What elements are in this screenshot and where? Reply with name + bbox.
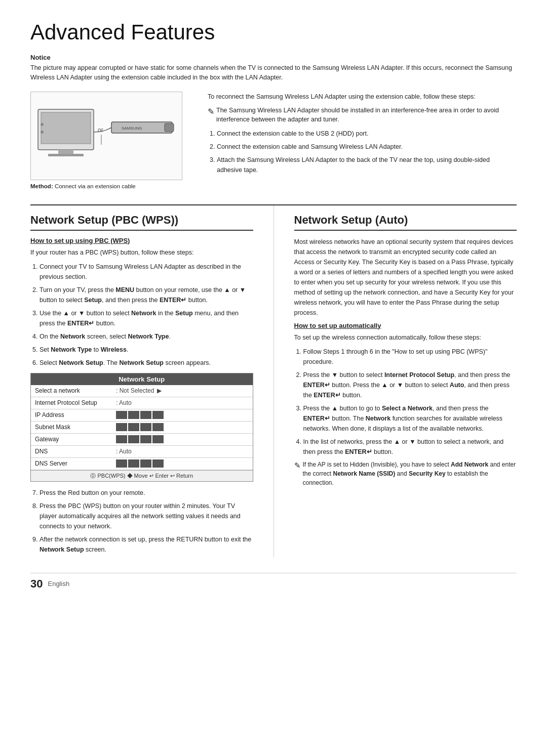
pbc-subsection-title: How to set up using PBC (WPS) <box>30 237 253 244</box>
dns-block-2 <box>128 459 139 468</box>
diagram-image: or SAMSUNG <box>30 92 182 180</box>
reconnect-note-text: The Samsung Wireless LAN Adapter should … <box>216 106 517 125</box>
pbc-step-4: On the Network screen, select Network Ty… <box>40 331 253 342</box>
auto-column: Network Setup (Auto) Most wireless netwo… <box>294 205 517 558</box>
pbc-step-9: After the network connection is set up, … <box>40 534 253 555</box>
auto-title: Network Setup (Auto) <box>294 214 517 231</box>
svg-text:or: or <box>98 127 103 134</box>
method-text: Connect via an extension cable <box>55 183 136 189</box>
notice-text: The picture may appear corrupted or have… <box>30 63 517 82</box>
network-setup-header: Network Setup <box>31 373 253 385</box>
ips-value: : Auto <box>116 399 249 406</box>
pbc-step-5: Set Network Type to Wireless. <box>40 345 253 355</box>
dns-value: : Auto <box>116 448 249 455</box>
auto-steps-intro: To set up the wireless connection automa… <box>294 332 517 343</box>
diagram-area: or SAMSUNG Method: Connect via an extens… <box>30 92 192 189</box>
dns-block-3 <box>140 459 151 468</box>
network-row-dns: DNS : Auto <box>31 446 253 458</box>
ip-block-2 <box>128 411 139 419</box>
gateway-label: Gateway <box>35 436 116 443</box>
page-number: 30 <box>30 577 43 591</box>
pbc-step-3: Use the ▲ or ▼ button to select Network … <box>40 308 253 328</box>
auto-intro: Most wireless networks have an optional … <box>294 237 517 318</box>
top-content: or SAMSUNG Method: Connect via an extens… <box>30 92 517 189</box>
svg-rect-1 <box>41 112 91 144</box>
subnet-label: Subnet Mask <box>35 424 116 431</box>
subnet-value <box>116 423 249 431</box>
pbc-step-2: Turn on your TV, press the MENU button o… <box>40 285 253 305</box>
svg-rect-3 <box>48 154 84 156</box>
svg-rect-2 <box>58 150 73 154</box>
select-arrow-icon: ▶ <box>157 387 162 394</box>
method-bold: Method: <box>30 183 53 189</box>
ip-block-3 <box>140 411 151 419</box>
svg-rect-9 <box>165 123 174 132</box>
dns-block-1 <box>116 459 127 468</box>
network-row-subnet: Subnet Mask <box>31 422 253 434</box>
note-icon: ✎ <box>208 106 214 118</box>
pbc-column: Network Setup (PBC (WPS)) How to set up … <box>30 205 253 558</box>
gateway-value <box>116 435 249 443</box>
ip-label: IP Address <box>35 411 116 418</box>
dns-server-blocks <box>116 459 164 468</box>
svg-point-5 <box>41 131 44 134</box>
ips-label: Internet Protocol Setup <box>35 399 116 406</box>
ip-block-4 <box>152 411 164 419</box>
diagram-label: Method: Connect via an extension cable <box>30 183 192 189</box>
gateway-block-1 <box>116 435 127 443</box>
auto-step-2: Press the ▼ button to select Internet Pr… <box>303 370 517 400</box>
gateway-blocks <box>116 435 164 443</box>
ip-blocks <box>116 411 164 419</box>
auto-note-text: If the AP is set to Hidden (Invisible), … <box>303 460 517 487</box>
two-col-layout: Network Setup (PBC (WPS)) How to set up … <box>30 205 517 558</box>
pbc-steps-after: Press the Red button on your remote. Pre… <box>40 488 253 555</box>
diagram-svg: or SAMSUNG <box>33 94 180 178</box>
reconnect-step-2: Connect the extension cable and Samsung … <box>217 142 517 152</box>
page-language: English <box>48 580 69 587</box>
reconnect-instructions: To reconnect the Samsung Wireless LAN Ad… <box>208 92 517 189</box>
pbc-step-1: Connect your TV to Samsung Wireless LAN … <box>40 262 253 282</box>
select-network-text: : Not Selected <box>116 387 154 394</box>
bottom-bar: 30 English <box>30 573 517 591</box>
dns-label: DNS <box>35 448 116 455</box>
auto-step-3: Press the ▲ button to go to Select a Net… <box>303 403 517 434</box>
select-network-value: : Not Selected ▶ <box>116 387 249 394</box>
svg-text:SAMSUNG: SAMSUNG <box>122 126 142 131</box>
gateway-block-3 <box>140 435 151 443</box>
reconnect-step-1: Connect the extension cable to the USB 2… <box>217 129 517 139</box>
dns-block-4 <box>152 459 164 468</box>
ip-block-1 <box>116 411 127 419</box>
ip-value <box>116 411 249 419</box>
dns-server-value <box>116 459 249 468</box>
page-title: Advanced Features <box>30 20 517 45</box>
pbc-step-6: Select Network Setup. The Network Setup … <box>40 358 253 368</box>
auto-step-1: Follow Steps 1 through 6 in the "How to … <box>303 347 517 367</box>
dns-server-label: DNS Server <box>35 460 116 467</box>
subnet-block-3 <box>140 423 151 431</box>
pbc-title: Network Setup (PBC (WPS)) <box>30 214 253 231</box>
svg-point-4 <box>41 123 44 126</box>
network-row-dns-server: DNS Server <box>31 458 253 470</box>
network-row-gateway: Gateway <box>31 434 253 446</box>
subnet-blocks <box>116 423 164 431</box>
select-network-label: Select a network <box>35 387 116 394</box>
pbc-step-8: Press the PBC (WPS) button on your route… <box>40 501 253 531</box>
reconnect-steps: Connect the extension cable to the USB 2… <box>217 129 517 175</box>
network-row-ip: IP Address <box>31 409 253 422</box>
reconnect-note: ✎ The Samsung Wireless LAN Adapter shoul… <box>208 106 517 125</box>
column-divider <box>274 205 274 558</box>
auto-step-4: In the list of networks, press the ▲ or … <box>303 437 517 457</box>
auto-subsection-title: How to set up automatically <box>294 322 517 329</box>
subnet-block-2 <box>128 423 139 431</box>
reconnect-intro: To reconnect the Samsung Wireless LAN Ad… <box>208 92 517 102</box>
pbc-intro: If your router has a PBC (WPS) button, f… <box>30 247 253 258</box>
pbc-steps: Connect your TV to Samsung Wireless LAN … <box>40 262 253 368</box>
auto-steps: Follow Steps 1 through 6 in the "How to … <box>303 347 517 457</box>
network-row-select: Select a network : Not Selected ▶ <box>31 385 253 397</box>
network-setup-box: Network Setup Select a network : Not Sel… <box>30 373 253 482</box>
pbc-step-7: Press the Red button on your remote. <box>40 488 253 498</box>
gateway-block-2 <box>128 435 139 443</box>
subnet-block-1 <box>116 423 127 431</box>
network-row-ips: Internet Protocol Setup : Auto <box>31 397 253 409</box>
reconnect-step-3: Attach the Samsung Wireless LAN Adapter … <box>217 155 517 175</box>
